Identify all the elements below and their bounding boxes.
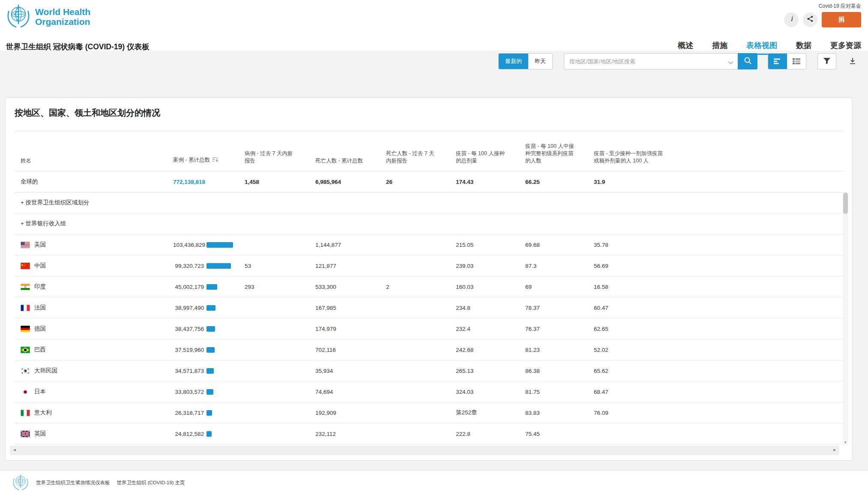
- filter-button[interactable]: [817, 53, 836, 69]
- table-row[interactable]: 英国24,812,582232,112222.875.45: [15, 423, 844, 444]
- vaccine-doses-value: 160.03: [450, 284, 519, 290]
- nav-data[interactable]: 数据: [796, 40, 811, 55]
- vaccine-doses-value: 324.03: [450, 389, 519, 395]
- vaccine-booster-value: 76.09: [588, 410, 844, 416]
- horizontal-scrollbar[interactable]: ◂ ▸: [10, 446, 839, 455]
- flag-cn-icon: [21, 263, 30, 269]
- table-row[interactable]: 印度45,002,179293533,3002160.036916.58: [15, 276, 844, 297]
- vaccine-doses-value: 232.4: [450, 326, 519, 332]
- cases-value: 103,436,829: [173, 242, 204, 248]
- scroll-down-arrow-icon[interactable]: ▼: [844, 441, 847, 444]
- table-row[interactable]: 日本33,803,57274,694324.0381.7568.47: [15, 381, 844, 402]
- global-row[interactable]: 全球的 772,138,818 1,458 6,985,964 26 174.4…: [15, 171, 844, 192]
- global-deaths-7d: 26: [380, 179, 450, 185]
- vaccine-booster-value: 16.58: [588, 284, 844, 290]
- vaccine-doses-value: 265.13: [450, 368, 519, 374]
- vertical-scrollbar-thumb[interactable]: [843, 192, 848, 214]
- table-row[interactable]: 德国38,437,756174,979232.476.3762.65: [15, 318, 844, 339]
- table-grid-icon: [793, 58, 800, 66]
- country-name: 美国: [34, 241, 46, 249]
- nav-more-resources[interactable]: 更多资源: [830, 40, 861, 55]
- global-vaccine-booster: 31.9: [588, 179, 844, 185]
- cases-cell: 103,436,829: [167, 242, 239, 248]
- cases-value: 24,812,582: [173, 431, 204, 437]
- col-deaths-cumulative: 死亡人数 - 累计总数: [309, 157, 380, 171]
- view-toggle: [768, 53, 806, 69]
- footer-link-covid-home[interactable]: 世界卫生组织 (COVID-19) 主页: [117, 480, 185, 486]
- cases-value: 37,519,960: [173, 347, 204, 353]
- col-deaths-7d: 死亡人数 - 过去 7 天内新报告: [380, 150, 450, 171]
- who-logo[interactable]: World Health Organization: [6, 3, 90, 30]
- vaccine-booster-value: 62.65: [588, 326, 844, 332]
- table-row[interactable]: 中国99,320,72353121,877239.0387.356.69: [15, 255, 844, 276]
- cases-bar: [207, 347, 215, 353]
- info-button[interactable]: i: [784, 12, 799, 27]
- table-view-button[interactable]: [787, 54, 806, 69]
- table-row[interactable]: 大韩民国34,571,87335,934265.1386.3865.62: [15, 360, 844, 381]
- table-row[interactable]: 巴西37,519,960702,116242.6881.2352.02: [15, 339, 844, 360]
- col-cases-cumulative: 案例 - 累计总数: [167, 156, 239, 171]
- country-name: 英国: [34, 430, 46, 438]
- vaccine-full-value: 76.37: [519, 326, 588, 332]
- country-name-cell: 英国: [15, 430, 167, 438]
- cases-cell: 34,571,873: [167, 368, 239, 374]
- flag-us-icon: [21, 242, 30, 248]
- country-name: 法国: [34, 304, 46, 312]
- yesterday-button[interactable]: 昨天: [528, 54, 552, 69]
- info-icon: i: [787, 15, 795, 24]
- vaccine-doses-value: 222.8: [450, 431, 519, 437]
- nav-table-view[interactable]: 表格视图: [746, 40, 777, 55]
- cases-bar: [207, 410, 212, 416]
- bar-view-button[interactable]: [768, 54, 787, 69]
- donate-button[interactable]: 捐: [822, 12, 861, 27]
- global-vaccine-doses: 174.43: [450, 179, 519, 185]
- cases-bar: [207, 431, 212, 437]
- situation-table-panel: 按地区、国家、领土和地区划分的情况 姓名 案例 - 累计总数 病例 - 过去 7…: [5, 97, 853, 461]
- col-name: 姓名: [15, 157, 167, 171]
- deaths-value: 702,116: [309, 347, 380, 353]
- table-header: 姓名 案例 - 累计总数 病例 - 过去 7 天内新报告 死亡人数 - 累计总数…: [15, 131, 844, 171]
- latest-button[interactable]: 最新的: [499, 54, 528, 69]
- scroll-left-arrow-icon[interactable]: ◂: [13, 447, 16, 453]
- flag-it-icon: [21, 410, 30, 416]
- share-button[interactable]: [803, 12, 817, 27]
- app-header: World Health Organization Covid-19 应对基金 …: [0, 0, 868, 51]
- scroll-right-arrow-icon[interactable]: ▸: [833, 447, 836, 453]
- country-name: 日本: [34, 388, 46, 396]
- deaths-value: 192,909: [309, 410, 380, 416]
- country-name-cell: 中国: [15, 262, 167, 270]
- group-row-who-regions[interactable]: + 按世界卫生组织区域划分: [15, 192, 844, 213]
- chevron-down-icon[interactable]: [728, 59, 733, 66]
- vaccine-doses-value: 242.68: [450, 347, 519, 353]
- global-cases-link[interactable]: 772,138,818: [173, 179, 205, 185]
- global-name: 全球的: [15, 178, 167, 186]
- table-row[interactable]: 意大利26,318,717192,909第252章83.8376.09: [15, 402, 844, 423]
- vaccine-booster-value: 56.69: [588, 263, 844, 269]
- nav-measures[interactable]: 措施: [712, 40, 727, 55]
- country-name-cell: 印度: [15, 283, 167, 291]
- cases-cell: 24,812,582: [167, 431, 239, 437]
- search-input[interactable]: [564, 53, 738, 69]
- cases-bar: [207, 326, 215, 332]
- flag-jp-icon: [21, 389, 30, 395]
- search-button[interactable]: [738, 53, 757, 69]
- table-row[interactable]: 法国38,997,490167,985234.878.3760.47: [15, 297, 844, 318]
- table-row[interactable]: 美国103,436,8291,144,877215.0569.6835.78: [15, 234, 844, 255]
- country-name-cell: 法国: [15, 304, 167, 312]
- country-name: 印度: [34, 283, 46, 291]
- download-button[interactable]: [844, 53, 861, 69]
- global-vaccine-full: 66.25: [519, 179, 588, 185]
- footer-link-emergencies-dashboard[interactable]: 世界卫生组织卫生紧急情况仪表板: [36, 480, 110, 486]
- vaccine-full-value: 83.83: [519, 410, 588, 416]
- cases-bar: [207, 284, 217, 290]
- svg-text:i: i: [790, 15, 793, 23]
- deaths-7d-value: 2: [380, 284, 450, 290]
- bar-chart-icon: [774, 58, 781, 66]
- country-name-cell: 大韩民国: [15, 367, 167, 375]
- col-vaccine-full: 疫苗 - 每 100 人中接种完整初级系列疫苗的人数: [519, 143, 588, 171]
- nav-overview[interactable]: 概述: [678, 40, 693, 55]
- group-row-world-bank[interactable]: + 世界银行收入组: [15, 213, 844, 234]
- sort-descending-icon[interactable]: [212, 156, 218, 165]
- cases-value: 38,437,756: [173, 326, 204, 332]
- vertical-scrollbar[interactable]: ▼: [843, 192, 848, 445]
